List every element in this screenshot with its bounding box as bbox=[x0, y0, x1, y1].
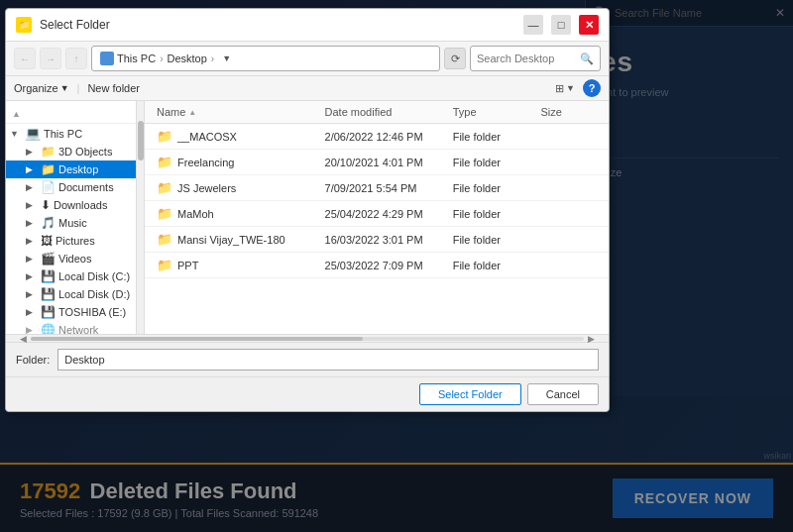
dialog-actions: Select Folder Cancel bbox=[6, 376, 609, 411]
up-button[interactable]: ↑ bbox=[65, 48, 87, 69]
file-date: 20/10/2021 4:01 PM bbox=[321, 155, 449, 170]
tree-item-local-d[interactable]: ▶ 💾 Local Disk (D:) bbox=[6, 285, 144, 303]
breadcrumb-dropdown-arrow[interactable]: ▼ bbox=[222, 53, 231, 63]
col-header-date[interactable]: Date modified bbox=[321, 104, 449, 120]
tree-panel: ▲ ▼ 💻 This PC ▶ 📁 3D Objects ▶ 📁 Desktop… bbox=[6, 101, 145, 334]
file-row-js-jewelers[interactable]: 📁 JS Jewelers 7/09/2021 5:54 PM File fol… bbox=[145, 175, 609, 201]
col-header-size[interactable]: Size bbox=[536, 104, 601, 120]
dialog-titlebar: 📁 Select Folder — □ ✕ bbox=[6, 9, 609, 42]
tree-item-downloads[interactable]: ▶ ⬇ Downloads bbox=[6, 196, 144, 214]
minimize-button[interactable]: — bbox=[523, 15, 543, 35]
file-row-ppt[interactable]: 📁 PPT 25/03/2022 7:09 PM File folder bbox=[145, 253, 609, 278]
tree-item-desktop[interactable]: ▶ 📁 Desktop bbox=[6, 160, 144, 178]
tree-item-local-c[interactable]: ▶ 💾 Local Disk (C:) bbox=[6, 267, 144, 285]
file-label: MaMoh bbox=[177, 208, 214, 220]
folder-icon: 📁 bbox=[157, 206, 172, 221]
select-folder-dialog: 📁 Select Folder — □ ✕ ← → ↑ This PC › De… bbox=[5, 8, 610, 412]
folder-icon: 📁 bbox=[157, 129, 172, 144]
folder-icon: 📁 bbox=[157, 155, 172, 169]
this-pc-icon bbox=[100, 52, 114, 65]
col-header-type[interactable]: Type bbox=[449, 104, 537, 120]
expand-icon: ▶ bbox=[26, 182, 38, 192]
tree-label: Pictures bbox=[56, 235, 95, 247]
tree-label: Downloads bbox=[54, 199, 107, 211]
dialog-title-text: Select Folder bbox=[40, 18, 515, 32]
expand-icon: ▶ bbox=[26, 307, 38, 317]
file-name-ppt: 📁 PPT bbox=[153, 256, 321, 274]
breadcrumb-desktop: Desktop bbox=[167, 53, 206, 64]
file-name-js-jewelers: 📁 JS Jewelers bbox=[153, 178, 321, 197]
back-button[interactable]: ← bbox=[14, 48, 36, 69]
tree-item-toshiba[interactable]: ▶ 💾 TOSHIBA (E:) bbox=[6, 303, 144, 321]
tree-label: Desktop bbox=[58, 163, 98, 175]
folder-icon: ⬇ bbox=[41, 198, 51, 212]
tree-item-documents[interactable]: ▶ 📄 Documents bbox=[6, 178, 144, 196]
breadcrumb-bar[interactable]: This PC › Desktop › ▼ bbox=[91, 46, 440, 71]
folder-icon: 📁 bbox=[41, 145, 56, 159]
refresh-button[interactable]: ⟳ bbox=[444, 48, 466, 69]
search-input[interactable] bbox=[477, 53, 576, 64]
tree-item-music[interactable]: ▶ 🎵 Music bbox=[6, 214, 144, 232]
tree-label: Music bbox=[58, 217, 87, 229]
help-button[interactable]: ? bbox=[583, 79, 601, 97]
folder-icon: 📁 bbox=[157, 180, 172, 195]
search-box: 🔍 bbox=[470, 46, 601, 71]
maximize-button[interactable]: □ bbox=[551, 15, 571, 35]
tree-item-pictures[interactable]: ▶ 🖼 Pictures bbox=[6, 232, 144, 250]
folder-label: Folder: bbox=[16, 354, 50, 366]
tree-label: This PC bbox=[44, 128, 82, 140]
close-button[interactable]: ✕ bbox=[579, 15, 599, 35]
expand-icon: ▶ bbox=[26, 236, 38, 246]
folder-icon: 📁 bbox=[157, 232, 172, 247]
file-label: Freelancing bbox=[177, 157, 234, 168]
expand-icon: ▶ bbox=[26, 218, 38, 228]
scroll-left-arrow[interactable]: ◀ bbox=[20, 334, 27, 344]
cancel-button[interactable]: Cancel bbox=[527, 383, 599, 405]
expand-icon: ▶ bbox=[26, 254, 38, 264]
drive-icon: 💾 bbox=[41, 287, 56, 301]
select-folder-button[interactable]: Select Folder bbox=[419, 383, 521, 405]
scroll-thumb bbox=[31, 337, 363, 341]
tree-label: Documents bbox=[58, 181, 114, 193]
file-name-mansi-vijay: 📁 Mansi Vijay_TWE-180 bbox=[153, 230, 321, 249]
organize-button[interactable]: Organize ▼ bbox=[14, 82, 69, 94]
tree-item-this-pc[interactable]: ▼ 💻 This PC bbox=[6, 124, 144, 143]
tree-item-videos[interactable]: ▶ 🎬 Videos bbox=[6, 250, 144, 267]
file-label: __MACOSX bbox=[177, 131, 237, 143]
col-name-label: Name bbox=[157, 106, 185, 118]
file-row-mamoh[interactable]: 📁 MaMoh 25/04/2022 4:29 PM File folder bbox=[145, 201, 609, 227]
dialog-main: ▲ ▼ 💻 This PC ▶ 📁 3D Objects ▶ 📁 Desktop… bbox=[6, 101, 609, 334]
tree-label: Network bbox=[58, 324, 98, 334]
dialog-title-icon: 📁 bbox=[16, 17, 32, 33]
folder-input[interactable] bbox=[57, 349, 599, 371]
file-row-macosx[interactable]: 📁 __MACOSX 2/06/2022 12:46 PM File folde… bbox=[145, 124, 609, 150]
files-header: Name ▲ Date modified Type Size bbox=[145, 101, 609, 124]
horizontal-scrollbar[interactable]: ◀ ▶ bbox=[6, 334, 609, 342]
view-button[interactable]: ⊞ ▼ bbox=[555, 82, 575, 95]
file-date: 16/03/2022 3:01 PM bbox=[321, 232, 449, 248]
search-icon: 🔍 bbox=[580, 53, 594, 65]
tree-item-network[interactable]: ▶ 🌐 Network bbox=[6, 321, 144, 334]
folder-icon: 🎵 bbox=[41, 216, 56, 230]
tree-sort-arrow: ▲ bbox=[12, 109, 21, 119]
expand-icon: ▶ bbox=[26, 289, 38, 299]
tree-item-3d-objects[interactable]: ▶ 📁 3D Objects bbox=[6, 143, 144, 160]
col-header-name[interactable]: Name ▲ bbox=[153, 104, 321, 120]
forward-button[interactable]: → bbox=[40, 48, 61, 69]
file-date: 25/03/2022 7:09 PM bbox=[321, 258, 449, 273]
folder-icon: 📁 bbox=[157, 258, 172, 272]
tree-label: Local Disk (D:) bbox=[58, 288, 130, 300]
file-row-freelancing[interactable]: 📁 Freelancing 20/10/2021 4:01 PM File fo… bbox=[145, 150, 609, 175]
file-name-macosx: 📁 __MACOSX bbox=[153, 127, 321, 146]
this-pc-icon: 💻 bbox=[25, 126, 41, 141]
tree-scrollbar[interactable] bbox=[136, 101, 144, 334]
tree-label: 3D Objects bbox=[58, 146, 112, 158]
new-folder-button[interactable]: New folder bbox=[87, 82, 140, 94]
file-row-mansi-vijay[interactable]: 📁 Mansi Vijay_TWE-180 16/03/2022 3:01 PM… bbox=[145, 227, 609, 253]
scroll-track bbox=[31, 337, 584, 341]
scroll-right-arrow[interactable]: ▶ bbox=[588, 334, 595, 344]
file-type: File folder bbox=[449, 155, 537, 170]
file-date: 2/06/2022 12:46 PM bbox=[321, 129, 449, 145]
tree-label: TOSHIBA (E:) bbox=[58, 306, 126, 318]
network-icon: 🌐 bbox=[41, 323, 56, 334]
